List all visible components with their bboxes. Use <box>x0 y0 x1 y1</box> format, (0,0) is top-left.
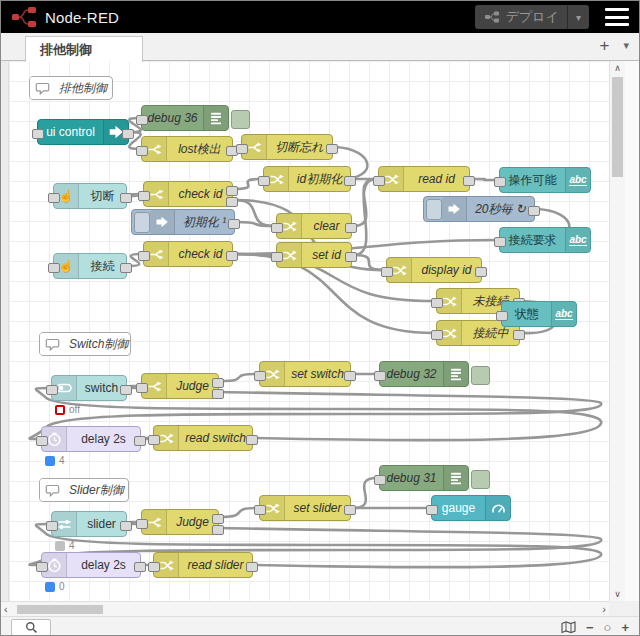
output-port-1[interactable] <box>212 514 224 524</box>
input-port[interactable] <box>258 176 270 186</box>
debug-enable-toggle-button[interactable] <box>231 110 250 129</box>
debug-enable-toggle-button[interactable] <box>471 366 490 385</box>
node-debug-32[interactable]: debug 32 <box>379 361 469 387</box>
node-text-connect-req[interactable]: abc接続要求 <box>499 227 591 253</box>
node-btn-connect[interactable]: ☝接続 <box>53 253 127 279</box>
node-set-slider[interactable]: set slider <box>259 495 351 521</box>
node-lost-detect[interactable]: lost検出 <box>141 136 233 162</box>
main-menu-button[interactable] <box>605 8 629 26</box>
inject-button[interactable] <box>426 199 442 220</box>
input-port[interactable] <box>373 176 385 186</box>
output-port[interactable] <box>120 521 132 531</box>
input-port[interactable] <box>48 193 60 203</box>
input-port[interactable] <box>496 311 508 321</box>
wire-judge-switch-to-set-switch[interactable] <box>221 374 257 381</box>
node-widget-gauge[interactable]: gauge <box>431 495 511 521</box>
input-port[interactable] <box>426 505 438 515</box>
output-port[interactable] <box>226 251 238 261</box>
node-read-id[interactable]: read id <box>378 166 470 192</box>
zoom-reset-button[interactable]: ○ <box>604 621 612 634</box>
node-read-switch[interactable]: read switch <box>153 425 253 451</box>
inject-button[interactable] <box>134 212 150 233</box>
navigator-toggle-button[interactable] <box>561 621 576 634</box>
input-port[interactable] <box>36 562 48 572</box>
tab-exclusive-control[interactable]: 排他制御 <box>25 36 143 62</box>
output-port[interactable] <box>513 330 525 340</box>
node-clear[interactable]: clear <box>276 213 352 239</box>
input-port[interactable] <box>254 371 266 381</box>
horizontal-scroll-thumb[interactable] <box>17 605 103 614</box>
input-port[interactable] <box>32 129 44 139</box>
input-port[interactable] <box>48 263 60 273</box>
output-port[interactable] <box>345 223 357 233</box>
vertical-scrollbar[interactable]: ∧ ∨ <box>609 61 625 601</box>
node-debug-36[interactable]: debug 36 <box>141 105 229 131</box>
input-port[interactable] <box>136 383 148 393</box>
input-port[interactable] <box>148 435 160 445</box>
input-port[interactable] <box>136 519 148 529</box>
output-port[interactable] <box>120 193 132 203</box>
output-port[interactable] <box>344 505 356 515</box>
output-port[interactable] <box>120 263 132 273</box>
output-port[interactable] <box>228 219 240 229</box>
debug-enable-toggle-button[interactable] <box>471 470 490 489</box>
scroll-right-arrow[interactable]: › <box>602 603 606 615</box>
wire-inject-init-to-clear[interactable] <box>237 222 274 226</box>
output-port[interactable] <box>134 562 146 572</box>
input-port[interactable] <box>136 115 148 125</box>
deploy-button[interactable]: デプロイ ▾ <box>475 5 589 29</box>
node-id-init[interactable]: id初期化 <box>263 166 351 192</box>
output-port-1[interactable] <box>226 186 238 196</box>
output-port[interactable] <box>246 562 258 572</box>
add-flow-button[interactable]: + <box>600 37 610 54</box>
wire-judge-slider-to-set-slider[interactable] <box>221 508 257 517</box>
output-port-2[interactable] <box>226 197 238 207</box>
output-port[interactable] <box>120 385 132 395</box>
input-port[interactable] <box>46 521 58 531</box>
output-port[interactable] <box>463 176 475 186</box>
node-debug-31[interactable]: debug 31 <box>379 465 469 491</box>
zoom-out-button[interactable]: − <box>586 621 594 634</box>
input-port[interactable] <box>381 267 393 277</box>
input-port[interactable] <box>138 191 150 201</box>
input-port[interactable] <box>236 144 248 154</box>
output-port[interactable] <box>528 206 540 216</box>
node-ui-control[interactable]: ui control <box>37 119 129 145</box>
node-set-id[interactable]: set id <box>276 242 352 268</box>
output-port-2[interactable] <box>212 389 224 399</box>
comment-node-comment-main[interactable]: 排他制御 <box>29 76 113 100</box>
node-set-switch[interactable]: set switch <box>259 361 351 387</box>
node-inject-20s[interactable]: 20秒毎 ↻ <box>423 196 535 222</box>
output-port[interactable] <box>122 129 134 139</box>
input-port[interactable] <box>46 385 58 395</box>
output-port-1[interactable] <box>212 378 224 388</box>
node-judge-switch[interactable]: Judge <box>141 373 219 399</box>
horizontal-scrollbar[interactable]: ‹ › <box>1 601 609 616</box>
node-delay-switch[interactable]: delay 2s4 <box>41 426 141 452</box>
comment-node-comment-slider[interactable]: Slider制御 <box>39 478 129 502</box>
node-inject-init[interactable]: 初期化 ¹ <box>131 209 235 235</box>
search-button[interactable] <box>11 619 51 636</box>
node-check-id-2[interactable]: check id <box>143 241 233 267</box>
zoom-in-button[interactable]: + <box>621 621 629 634</box>
node-btn-disconnect[interactable]: ☝切断 <box>53 183 127 209</box>
node-display-id[interactable]: display id <box>386 257 482 283</box>
input-port[interactable] <box>271 223 283 233</box>
node-text-operable[interactable]: abc操作可能 <box>499 167 591 193</box>
output-port[interactable] <box>246 435 258 445</box>
output-port[interactable] <box>475 267 487 277</box>
input-port[interactable] <box>431 330 443 340</box>
node-widget-slider[interactable]: slider4 <box>51 511 127 537</box>
flow-canvas[interactable]: 排他制御ui controldebug 36lost検出切断忘れ☝切断check… <box>9 61 609 601</box>
input-port[interactable] <box>138 251 150 261</box>
output-port[interactable] <box>326 144 338 154</box>
node-judge-slider[interactable]: Judge <box>141 509 219 535</box>
node-delay-slider[interactable]: delay 2s0 <box>41 552 141 578</box>
input-port[interactable] <box>148 562 160 572</box>
scroll-left-arrow[interactable]: ‹ <box>4 603 8 615</box>
input-port[interactable] <box>271 252 283 262</box>
node-read-slider[interactable]: read slider <box>153 552 253 578</box>
wire-set-id-to-read-id[interactable] <box>354 179 376 255</box>
vertical-scroll-thumb[interactable] <box>612 77 623 177</box>
input-port[interactable] <box>494 237 506 247</box>
